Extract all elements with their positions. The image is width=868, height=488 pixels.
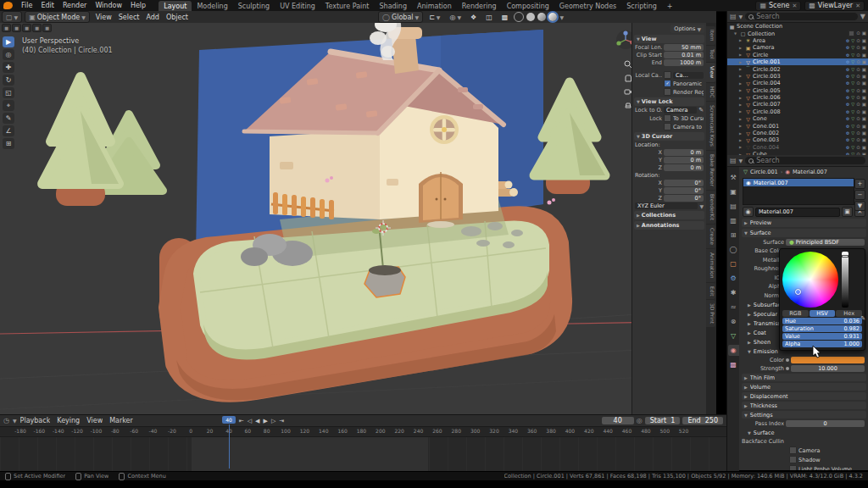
- render-visibility-icon[interactable]: ▣: [862, 45, 866, 50]
- properties-tab[interactable]: ▤: [728, 201, 739, 212]
- camera-to-view-checkbox[interactable]: [664, 123, 671, 130]
- tool-icon-2[interactable]: ■: [12, 24, 21, 32]
- outliner-object-row[interactable]: ▶ ▽ Cone ⚙ ▽ ⊙▣: [727, 115, 868, 122]
- render-visibility-icon[interactable]: ▣: [862, 124, 866, 129]
- pass-index-field[interactable]: 0: [786, 420, 865, 427]
- tool-icon-5[interactable]: ■: [42, 24, 52, 32]
- outliner-editor-icon[interactable]: ▤: [730, 13, 737, 20]
- view-layer-unlink-icon[interactable]: ✕: [855, 3, 860, 9]
- shading-solid-icon[interactable]: [526, 13, 535, 21]
- current-frame-field[interactable]: 40: [602, 417, 634, 424]
- panoramic-checkbox[interactable]: ✓: [664, 80, 671, 87]
- material-name-field[interactable]: Material.007: [755, 208, 840, 217]
- render-visibility-icon[interactable]: ▣: [862, 145, 866, 150]
- cursor-rotation-field[interactable]: 0°: [664, 187, 704, 194]
- frame-end-field[interactable]: End 250: [682, 417, 723, 424]
- tool-icon-1[interactable]: ■: [2, 24, 11, 32]
- new-material-button[interactable]: ▣: [842, 207, 853, 217]
- properties-search-input[interactable]: Search: [745, 157, 865, 164]
- local-camera-checkbox[interactable]: [664, 71, 671, 79]
- properties-editor-icon[interactable]: ▤: [730, 157, 737, 164]
- workspace-tab[interactable]: Compositing: [502, 1, 554, 11]
- playback-button[interactable]: ▶: [262, 418, 268, 424]
- toggle-xray-icon[interactable]: ▩: [498, 12, 512, 22]
- n-panel-tab[interactable]: 3D Print: [706, 300, 715, 327]
- timeline-menu[interactable]: Marker: [109, 417, 133, 424]
- cursor-location-field[interactable]: 0 m: [664, 149, 704, 156]
- render-visibility-icon[interactable]: ▣: [862, 74, 866, 79]
- editor-type-button[interactable]: ▢▼: [2, 11, 22, 23]
- scene-selector[interactable]: ▦ Scene✕: [755, 1, 801, 11]
- wheel-cursor[interactable]: [795, 289, 801, 295]
- tool-button[interactable]: ∠: [3, 125, 14, 136]
- workspace-tab[interactable]: Sculpting: [233, 1, 275, 11]
- viewport-menu[interactable]: Add: [142, 12, 163, 22]
- browse-material-button[interactable]: ◉: [743, 207, 754, 217]
- material-section[interactable]: ▶Thickness: [742, 402, 866, 409]
- rotation-mode-dropdown[interactable]: XYZ Euler: [635, 202, 698, 209]
- frame-start-field[interactable]: Start 1: [645, 417, 681, 424]
- properties-tab[interactable]: ⊞: [728, 230, 739, 241]
- tool-button[interactable]: ⌖: [3, 100, 14, 111]
- show-overlays-icon[interactable]: ◫: [482, 12, 496, 22]
- hide-icon[interactable]: ⊙: [856, 130, 860, 136]
- slot-specials-button[interactable]: ▼: [854, 201, 865, 211]
- properties-tab[interactable]: ▣: [728, 186, 739, 197]
- shading-material-icon[interactable]: [537, 13, 546, 21]
- mode-selector[interactable]: ▣ Object Mode▼: [25, 11, 90, 23]
- playhead[interactable]: [229, 424, 230, 469]
- playhead-frame-label[interactable]: 40: [222, 416, 236, 424]
- render-visibility-icon[interactable]: ▣: [862, 137, 866, 142]
- workspace-tab[interactable]: Modeling: [192, 1, 232, 11]
- cursor-rotation-field[interactable]: 0°: [664, 195, 704, 202]
- topbar-menu[interactable]: File: [17, 2, 36, 9]
- render-visibility-icon[interactable]: ▣: [862, 30, 866, 36]
- hide-icon[interactable]: ⊙: [856, 74, 860, 79]
- n-panel-tab[interactable]: Bake Render: [706, 151, 715, 190]
- picker-mode-tab[interactable]: RGB: [782, 310, 809, 317]
- proportional-edit-icon[interactable]: ◎▼: [446, 12, 465, 22]
- outliner-object-row[interactable]: ▶ ▽ Circle.003 ⚙ ▽ ⊙▣: [727, 73, 868, 80]
- add-slot-button[interactable]: +: [854, 179, 865, 189]
- topbar-menu[interactable]: Edit: [36, 2, 58, 9]
- picker-mode-tab[interactable]: HSV: [810, 310, 836, 317]
- render-visibility-icon[interactable]: ▣: [862, 53, 866, 58]
- tool-icon-3[interactable]: ■: [22, 24, 31, 32]
- outliner-object-row[interactable]: ▶ ▽ Cone.002 ⚙ ▽ ⊙▣: [727, 130, 868, 136]
- n-panel-tab[interactable]: Item: [706, 26, 715, 45]
- render-visibility-icon[interactable]: ▣: [862, 80, 866, 86]
- timeline-editor-icon[interactable]: ◷: [3, 417, 9, 424]
- playback-button[interactable]: ◁: [247, 418, 253, 424]
- material-slot-row[interactable]: ◉ Material.007: [743, 179, 854, 186]
- timeline-menu[interactable]: View: [86, 417, 103, 424]
- collection-row[interactable]: ▼ ▢ Collection ⊙▣: [727, 30, 868, 36]
- timeline-tracks[interactable]: [0, 437, 726, 472]
- workspace-tab[interactable]: Texture Paint: [320, 1, 375, 11]
- playback-button[interactable]: ▷: [270, 418, 276, 424]
- timeline-menu[interactable]: Playback: [20, 417, 51, 424]
- settings-section[interactable]: ▼Settings: [742, 411, 866, 419]
- workspace-tab[interactable]: Geometry Nodes: [554, 1, 621, 11]
- render-visibility-icon[interactable]: ▣: [862, 95, 866, 100]
- material-section[interactable]: ▶Volume: [742, 383, 866, 391]
- filter-icon[interactable]: ▼: [860, 13, 865, 20]
- shading-wireframe-icon[interactable]: [514, 12, 524, 22]
- clip-start-field[interactable]: 0.01 m: [664, 52, 704, 58]
- transform-orientation[interactable]: ◯ Global▼: [378, 11, 423, 23]
- render-visibility-icon[interactable]: ▣: [862, 130, 866, 136]
- outliner-object-row[interactable]: ▶ ▽ Circle.005 ⚙ ▽ ⊙▣: [727, 87, 868, 94]
- scene-collection-row[interactable]: ▦ Scene Collection: [727, 23, 868, 30]
- eyedropper-icon[interactable]: ✎: [860, 315, 865, 322]
- hide-icon[interactable]: ⊙: [856, 45, 860, 50]
- properties-tab[interactable]: ▢: [728, 258, 739, 269]
- hide-icon[interactable]: ⊙: [856, 116, 860, 121]
- workspace-tab[interactable]: Rendering: [457, 1, 502, 11]
- properties-tab[interactable]: ✱: [728, 287, 739, 298]
- outliner-object-row[interactable]: ▶ ▽ Cone.001 ⚙ ▽ ⊙▣: [727, 122, 868, 129]
- hide-icon[interactable]: ⊙: [856, 53, 860, 58]
- hide-icon[interactable]: ⊙: [856, 30, 860, 36]
- picker-mode-tab[interactable]: Hex: [836, 310, 862, 317]
- properties-tab[interactable]: ◯: [728, 244, 739, 255]
- viewport-menu[interactable]: Select: [115, 12, 143, 22]
- backface-culling-checkbox[interactable]: [789, 446, 797, 454]
